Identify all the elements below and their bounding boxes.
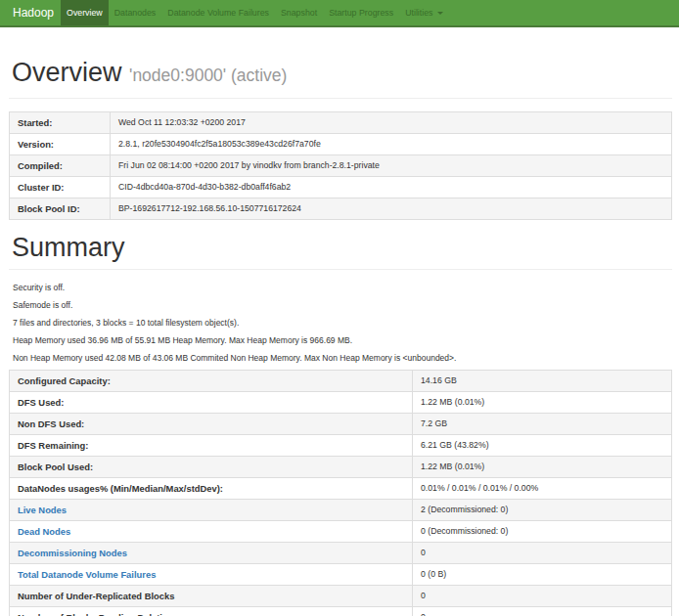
stats-label: Total Datanode Volume Failures bbox=[10, 564, 413, 586]
stats-row: Live Nodes2 (Decommissioned: 0) bbox=[10, 500, 672, 521]
stats-value: 2 (Decommissioned: 0) bbox=[413, 500, 672, 521]
summary-stats-table: Configured Capacity:14.16 GBDFS Used:1.2… bbox=[9, 370, 672, 616]
info-label: Compiled: bbox=[10, 155, 111, 177]
stats-row: DFS Used:1.22 MB (0.01%) bbox=[10, 392, 672, 414]
stats-value: 6.21 GB (43.82%) bbox=[413, 435, 672, 457]
stats-value: 0 bbox=[413, 607, 672, 616]
stats-row: Total Datanode Volume Failures0 (0 B) bbox=[10, 564, 672, 586]
page-subtitle: 'node0:9000' (active) bbox=[129, 66, 287, 85]
stats-value: 7.2 GB bbox=[413, 414, 672, 435]
stats-label: Non DFS Used: bbox=[10, 414, 413, 435]
stats-label: DFS Used: bbox=[10, 392, 413, 414]
stats-row: Configured Capacity:14.16 GB bbox=[10, 371, 672, 392]
stats-row: Number of Under-Replicated Blocks0 bbox=[10, 586, 672, 607]
stats-value: 0 (0 B) bbox=[413, 564, 672, 586]
cluster-info-table: Started:Wed Oct 11 12:03:32 +0200 2017Ve… bbox=[9, 111, 672, 220]
stats-label: Number of Under-Replicated Blocks bbox=[10, 586, 413, 607]
stats-value: 0 bbox=[413, 586, 672, 607]
info-value: 2.8.1, r20fe5304904fc2f5a18053c389e43cd2… bbox=[111, 134, 672, 155]
stats-row: Non DFS Used:7.2 GB bbox=[10, 414, 672, 435]
stats-label: Live Nodes bbox=[10, 500, 413, 521]
info-row: Started:Wed Oct 11 12:03:32 +0200 2017 bbox=[10, 112, 672, 134]
nav-item-utilities[interactable]: Utilities bbox=[399, 0, 448, 25]
stats-row: Dead Nodes0 (Decommissioned: 0) bbox=[10, 521, 672, 543]
summary-note: Security is off. bbox=[13, 282, 672, 293]
nav-item-datanode-volume-failures[interactable]: Datanode Volume Failures bbox=[161, 0, 275, 25]
stats-label: DataNodes usages% (Min/Median/Max/stdDev… bbox=[10, 478, 413, 500]
stats-link-live-nodes[interactable]: Live Nodes bbox=[18, 505, 67, 515]
nav-item-overview[interactable]: Overview bbox=[61, 0, 109, 25]
info-label: Block Pool ID: bbox=[10, 198, 111, 220]
nav-item-label: Utilities bbox=[405, 8, 432, 18]
info-row: Compiled:Fri Jun 02 08:14:00 +0200 2017 … bbox=[10, 155, 672, 177]
stats-label: Block Pool Used: bbox=[10, 457, 413, 478]
summary-note: Heap Memory used 36.96 MB of 55.91 MB He… bbox=[13, 334, 672, 346]
stats-link-decommissioning-nodes[interactable]: Decommissioning Nodes bbox=[18, 548, 127, 558]
stats-value: 1.22 MB (0.01%) bbox=[413, 392, 672, 414]
stats-label: Decommissioning Nodes bbox=[10, 543, 413, 564]
nav-item-label: Datanode Volume Failures bbox=[167, 8, 269, 18]
nav-item-datanodes[interactable]: Datanodes bbox=[109, 0, 162, 25]
stats-row: Block Pool Used:1.22 MB (0.01%) bbox=[10, 457, 672, 478]
stats-label: Number of Blocks Pending Deletion bbox=[10, 607, 413, 616]
summary-title: Summary bbox=[12, 233, 672, 262]
stats-row: DataNodes usages% (Min/Median/Max/stdDev… bbox=[10, 478, 672, 500]
summary-notes: Security is off.Safemode is off.7 files … bbox=[13, 282, 672, 364]
info-value: Wed Oct 11 12:03:32 +0200 2017 bbox=[111, 112, 672, 134]
stats-label: Configured Capacity: bbox=[10, 371, 413, 392]
divider bbox=[9, 98, 672, 99]
stats-row: Number of Blocks Pending Deletion0 bbox=[10, 607, 672, 616]
stats-value: 0.01% / 0.01% / 0.01% / 0.00% bbox=[413, 478, 672, 500]
stats-row: Decommissioning Nodes0 bbox=[10, 543, 672, 564]
stats-value: 0 (Decommissioned: 0) bbox=[413, 521, 672, 543]
summary-note: Safemode is off. bbox=[13, 299, 672, 311]
nav-item-snapshot[interactable]: Snapshot bbox=[275, 0, 323, 25]
info-label: Version: bbox=[10, 134, 111, 155]
info-value: Fri Jun 02 08:14:00 +0200 2017 by vinodk… bbox=[111, 155, 672, 177]
stats-row: DFS Remaining:6.21 GB (43.82%) bbox=[10, 435, 672, 457]
nav-item-label: Startup Progress bbox=[329, 8, 393, 18]
divider bbox=[9, 269, 672, 270]
stats-link-total-datanode-volume-failures[interactable]: Total Datanode Volume Failures bbox=[18, 569, 156, 580]
info-label: Started: bbox=[10, 112, 111, 134]
stats-link-dead-nodes[interactable]: Dead Nodes bbox=[18, 526, 70, 537]
caret-down-icon bbox=[437, 12, 443, 15]
page-title-text: Overview bbox=[12, 58, 122, 87]
navbar: Hadoop OverviewDatanodesDatanode Volume … bbox=[0, 0, 679, 27]
brand-hadoop[interactable]: Hadoop bbox=[0, 0, 61, 25]
info-row: Version:2.8.1, r20fe5304904fc2f5a18053c3… bbox=[10, 134, 672, 155]
summary-note: 7 files and directories, 3 blocks = 10 t… bbox=[13, 317, 672, 329]
info-value: CID-4dbcd40a-870d-4d30-b382-db0aff4f6ab2 bbox=[111, 177, 672, 198]
nav-item-label: Overview bbox=[67, 8, 103, 18]
info-value: BP-1692617712-192.168.56.10-150771617262… bbox=[111, 198, 672, 220]
nav-item-label: Datanodes bbox=[114, 8, 157, 18]
info-label: Cluster ID: bbox=[10, 177, 111, 198]
stats-label: Dead Nodes bbox=[10, 521, 413, 543]
nav-item-startup-progress[interactable]: Startup Progress bbox=[323, 0, 399, 25]
main-content: Overview 'node0:9000' (active) Started:W… bbox=[9, 58, 672, 616]
stats-label: DFS Remaining: bbox=[10, 435, 413, 457]
nav-menu: OverviewDatanodesDatanode Volume Failure… bbox=[61, 0, 448, 25]
info-row: Block Pool ID:BP-1692617712-192.168.56.1… bbox=[10, 198, 672, 220]
stats-value: 0 bbox=[413, 543, 672, 564]
stats-value: 1.22 MB (0.01%) bbox=[413, 457, 672, 478]
stats-value: 14.16 GB bbox=[413, 371, 672, 392]
summary-note: Non Heap Memory used 42.08 MB of 43.06 M… bbox=[13, 352, 672, 364]
page-title: Overview 'node0:9000' (active) bbox=[12, 58, 672, 90]
info-row: Cluster ID:CID-4dbcd40a-870d-4d30-b382-d… bbox=[10, 177, 672, 198]
nav-item-label: Snapshot bbox=[281, 8, 317, 18]
